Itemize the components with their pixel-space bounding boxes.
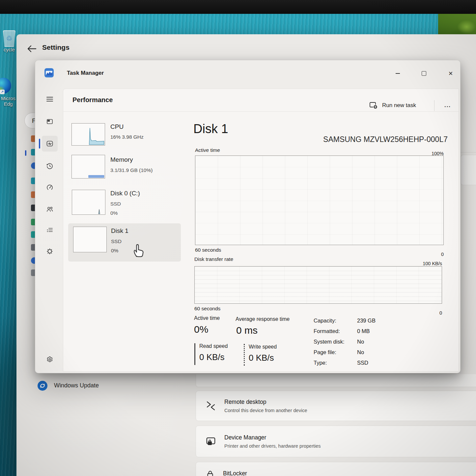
write-speed-label: Write speed [249, 344, 292, 350]
windows-update-icon[interactable] [38, 381, 47, 391]
lock-icon [205, 469, 215, 476]
remote-desktop-icon [205, 400, 216, 411]
run-new-task-icon [369, 101, 378, 110]
sidebar-item-app-history[interactable] [42, 159, 57, 173]
perf-item-name: Memory [110, 156, 133, 163]
stat-label: Formatted: [314, 328, 340, 334]
settings-card-device-manager[interactable]: Device Manager Printer and other drivers… [196, 426, 476, 457]
close-icon: ✕ [448, 71, 453, 76]
perf-item-memory[interactable]: Memory 3.1/31.9 GB (10%) [71, 155, 183, 185]
services-icon [46, 247, 54, 255]
card-subtitle: Control this device from another device [224, 408, 307, 413]
transfer-chart-max: 100 KB/s [403, 261, 442, 266]
transfer-chart [194, 266, 442, 304]
stat-value: SSD [357, 360, 368, 366]
active-time-min: 0 [404, 252, 444, 257]
header-divider [63, 111, 459, 112]
settings-card-fragment[interactable] [196, 374, 476, 387]
minimize-button[interactable] [390, 68, 405, 79]
device-manager-icon [205, 436, 216, 447]
processes-icon [46, 118, 54, 126]
stat-value: No [357, 339, 364, 345]
perf-item-cpu[interactable]: CPU 16% 3.98 GHz [71, 123, 183, 154]
card-title: Remote desktop [224, 399, 307, 406]
edge-label-1: Micros [0, 96, 17, 101]
screen-photo: ♲ cycle ↗ Micros Edg Settings F [0, 0, 476, 476]
shortcut-arrow-icon: ↗ [0, 90, 5, 94]
maximize-button[interactable] [416, 68, 432, 79]
card-title: BitLocker [223, 470, 247, 476]
settings-page-title: Settings [42, 43, 70, 51]
sidebar-item-performance[interactable] [42, 136, 57, 151]
run-new-task-button[interactable]: Run new task [366, 99, 419, 112]
stat-value: No [357, 349, 364, 355]
settings-card-remote-desktop[interactable]: Remote desktop Control this device from … [196, 391, 476, 421]
active-time-xspan: 60 seconds [195, 247, 221, 253]
sidebar-item-users[interactable] [42, 202, 57, 216]
close-button[interactable]: ✕ [443, 68, 458, 79]
sidebar-item-processes[interactable] [42, 114, 57, 129]
stat-value: 239 GB [357, 318, 376, 324]
perf-item-disk1[interactable]: Disk 1 SSD 0% [73, 227, 185, 260]
task-manager-window: Task Manager ✕ [35, 60, 461, 373]
perf-item-detail: 3.1/31.9 GB (10%) [110, 167, 153, 173]
sidebar-item-services[interactable] [42, 244, 57, 259]
perf-item-disk0[interactable]: Disk 0 (C:) SSD 0% [72, 190, 184, 221]
toolbar-divider [434, 100, 434, 111]
performance-icon [46, 140, 54, 148]
read-speed-value: 0 KB/s [199, 352, 242, 362]
desktop-icon-recycle-bin[interactable]: ♲ cycle [1, 30, 18, 52]
card-subtitle: Printer and other drivers, hardware prop… [224, 443, 321, 449]
desktop-icon-microsoft-edge[interactable]: ↗ Micros Edg [0, 78, 17, 107]
perf-item-name: Disk 0 (C:) [110, 190, 140, 197]
active-time-chart-label: Active time [195, 147, 220, 153]
write-speed-value: 0 KB/s [249, 353, 292, 363]
perf-item-name: CPU [110, 123, 124, 130]
stat-value: 0 MB [357, 328, 370, 334]
stat-label: Type: [314, 360, 327, 366]
sidebar-menu-button[interactable] [42, 92, 57, 106]
page-title: Performance [72, 96, 113, 104]
transfer-min: 0 [403, 310, 442, 316]
recycle-bin-icon: ♲ [3, 30, 15, 47]
read-speed-label: Read speed [199, 343, 242, 349]
perf-item-name: Disk 1 [111, 227, 128, 235]
minimize-icon [396, 73, 400, 74]
avg-response-stat-value: 0 ms [236, 325, 258, 336]
perf-item-sub: SSD [110, 201, 121, 207]
sidebar-item-details[interactable] [42, 223, 57, 237]
active-time-stat-label: Active time [194, 315, 220, 321]
maximize-icon [422, 71, 426, 76]
menu-icon [46, 95, 54, 103]
avg-response-stat-label: Average response time [236, 316, 290, 322]
performance-panel: Performance Run new task ... CPU 16% 3 [63, 89, 459, 372]
back-button[interactable] [25, 42, 38, 55]
sidebar-item-windows-update[interactable]: Windows Update [54, 382, 99, 389]
sidebar-item-startup-apps[interactable] [42, 180, 57, 195]
settings-card-bitlocker[interactable]: BitLocker [196, 462, 476, 476]
recycle-bin-label: cycle [1, 47, 18, 52]
back-arrow-icon [25, 42, 38, 55]
task-manager-app-icon [44, 68, 54, 77]
window-title: Task Manager [67, 70, 104, 76]
stat-label: System disk: [314, 339, 345, 345]
active-time-chart [195, 155, 444, 245]
settings-gear-icon [46, 355, 54, 363]
card-title: Device Manager [224, 434, 321, 441]
right-card-fragment[interactable] [461, 155, 476, 185]
right-card-edge [460, 152, 476, 153]
app-history-icon [46, 162, 54, 170]
users-icon [46, 205, 54, 213]
write-speed-block: Write speed 0 KB/s [244, 344, 292, 366]
perf-item-detail: 16% 3.98 GHz [110, 134, 144, 140]
perf-item-detail: 0% [111, 248, 118, 254]
sidebar-settings-button[interactable] [42, 352, 57, 367]
monitor-bezel [0, 0, 476, 14]
cursor-hand [131, 241, 146, 258]
startup-apps-icon [46, 183, 54, 191]
transfer-xspan: 60 seconds [194, 306, 220, 312]
edge-label-2: Edg [0, 101, 17, 107]
perf-item-detail: 0% [110, 210, 118, 216]
stat-label: Page file: [314, 349, 336, 355]
more-options-button[interactable]: ... [439, 99, 457, 112]
